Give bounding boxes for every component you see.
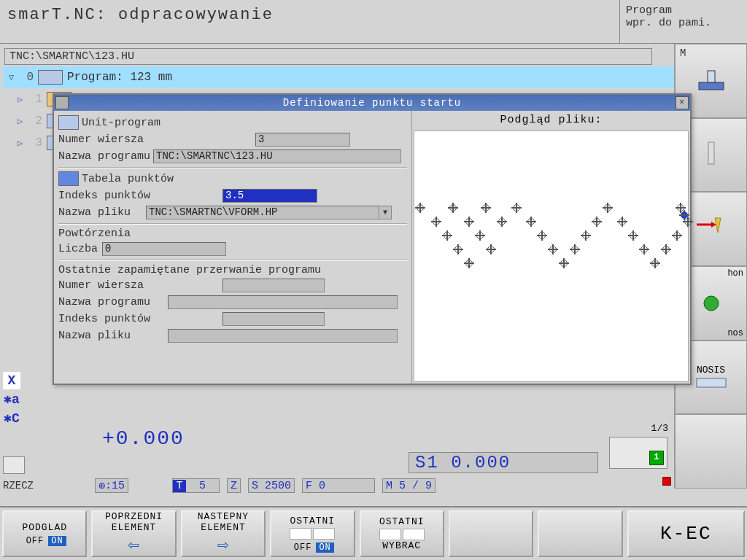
side-m-label: M [680, 47, 686, 59]
prog-name-input[interactable] [153, 149, 401, 163]
axis-a: ✱a [3, 391, 20, 408]
position-readout: +0.000 [102, 427, 185, 450]
lb-line-label: Numer wiersza [58, 279, 168, 292]
demos-label: nos [727, 328, 743, 338]
point-idx-label: Indeks punktów [58, 190, 168, 202]
tree-num: 0 [19, 71, 34, 84]
mode-panel: Program wpr. do pami. [619, 0, 747, 43]
tree-num: 1 [28, 93, 42, 106]
lb-prog-label: Nazwa programu [58, 296, 168, 308]
point-table-icon [58, 171, 79, 186]
softkey-next-element[interactable]: NASTEPNY ELEMENT ⇨ [181, 510, 266, 557]
sk-label2: ELEMENT [201, 522, 246, 533]
program-path: TNC:\SMARTNC\123.HU [4, 48, 652, 65]
svg-rect-0 [699, 82, 724, 90]
kec-label: K-EC [660, 523, 711, 545]
tree-num: 2 [28, 114, 42, 128]
dropdown-arrow-icon[interactable]: ▼ [379, 206, 392, 219]
rzecz-label: RZECZ [3, 480, 34, 491]
preview-title: Podgląd pliku: [412, 111, 690, 129]
record-indicator [662, 477, 671, 486]
prog-name-label: Nazwa programu [58, 150, 153, 163]
dialog-titlebar[interactable]: Definiowanie punktu startu × [54, 95, 690, 111]
z-label: Z [227, 478, 241, 493]
last-break-label: Ostatnie zapamiętane przerwanie programu [58, 264, 407, 276]
axis-c: ✱C [3, 410, 20, 427]
softkey-prev-element[interactable]: POPRZEDNI ELEMENT ⇦ [91, 510, 176, 557]
sk-label: PODGLAD [22, 522, 67, 533]
machine-icon [3, 456, 25, 474]
program-icon [38, 70, 63, 85]
start-point-dialog: Definiowanie punktu startu × Unit-progra… [53, 93, 692, 385]
s-feed: S 2500 [248, 478, 295, 493]
mode-line2: wpr. do pami. [626, 17, 741, 29]
svg-rect-7 [697, 378, 726, 387]
sk-off: OFF [23, 536, 47, 546]
svg-rect-2 [708, 142, 714, 164]
file-input[interactable] [146, 206, 379, 219]
tree-num: 3 [28, 136, 42, 149]
info-doc-icon[interactable] [609, 437, 667, 469]
file-preview-canvas [414, 131, 689, 382]
count-label: Liczba [58, 243, 102, 255]
softkey-ostatni-toggle[interactable]: OSTATNI OFF ON [270, 510, 355, 557]
mode-line1: Program [626, 4, 741, 17]
lb-line-input[interactable] [222, 279, 325, 292]
close-icon[interactable]: × [676, 96, 689, 109]
svg-point-6 [704, 296, 719, 311]
m-value: M 5 / 9 [382, 478, 436, 493]
page-indicator: 1/3 [604, 423, 673, 434]
sk-off: OFF [291, 542, 315, 553]
softkey-podglad[interactable]: PODGLAD OFF ON [2, 510, 87, 557]
side-blank-button[interactable] [675, 414, 747, 489]
tree-toggle-icon[interactable]: ▷ [18, 116, 28, 127]
sk-label: POPRZEDNI [105, 511, 163, 522]
dialog-icon [55, 96, 69, 109]
line-no-label: Numer wiersza [58, 133, 168, 146]
line-no-input[interactable] [255, 133, 350, 147]
unit-program-icon [58, 115, 79, 130]
lb-prog-input[interactable] [168, 295, 398, 309]
python-label: hon [727, 268, 743, 279]
file-label: Nazwa pliku [58, 206, 146, 219]
sk-label2: ELEMENT [112, 522, 157, 533]
lb-file-input[interactable] [168, 329, 398, 343]
tree-toggle-icon[interactable]: ▽ [9, 72, 19, 83]
arrow-left-icon: ⇦ [128, 533, 140, 556]
mini-icons [290, 528, 335, 540]
tool-icon [693, 214, 729, 244]
axis-x: X [3, 372, 20, 389]
softkey-blank-2[interactable] [538, 510, 622, 557]
lb-idx-input[interactable] [222, 312, 325, 326]
sk-label: NASTEPNY [198, 511, 249, 522]
lb-file-label: Nazwa pliku [58, 330, 168, 342]
python-icon [700, 292, 722, 314]
machine-icon [693, 68, 729, 94]
sk-label: OSTATNI [290, 516, 336, 526]
softkey-kec[interactable]: K-EC [627, 510, 745, 557]
softkey-ostatni-wybrac[interactable]: OSTATNI WYBRAC [360, 510, 444, 557]
svg-marker-3 [715, 218, 721, 233]
arrow-right-icon: ⇨ [217, 533, 230, 556]
diag-label: NOSIS [697, 365, 725, 376]
tree-row-0[interactable]: ▽ 0 Program: 123 mm [3, 66, 674, 88]
tree-toggle-icon[interactable]: ▷ [18, 138, 28, 149]
mini-icons [379, 529, 425, 540]
point-table-label: Tabela punktów [82, 173, 174, 185]
sk-on: ON [48, 536, 66, 546]
tree-label: Program: 123 mm [67, 71, 172, 84]
point-idx-input[interactable]: 3.5 [222, 189, 317, 203]
count-input[interactable] [102, 242, 226, 256]
datum-val: ⊕:15 [95, 478, 128, 493]
repeat-label: Powtórzenia [58, 228, 407, 240]
softkey-blank-1[interactable] [449, 510, 533, 557]
sk-on: ON [316, 542, 333, 553]
sk-label2: WYBRAC [382, 540, 421, 551]
spindle-display: S1 0.000 [409, 452, 598, 473]
diag-icon [695, 376, 727, 390]
tree-toggle-icon[interactable]: ▷ [18, 94, 28, 105]
f-value: F 0 [302, 478, 375, 493]
unit-program-label: Unit-program [82, 117, 160, 129]
app-title: smarT.NC: odpracowywanie [0, 0, 619, 43]
dialog-title-text: Definiowanie punktu startu [283, 97, 461, 109]
